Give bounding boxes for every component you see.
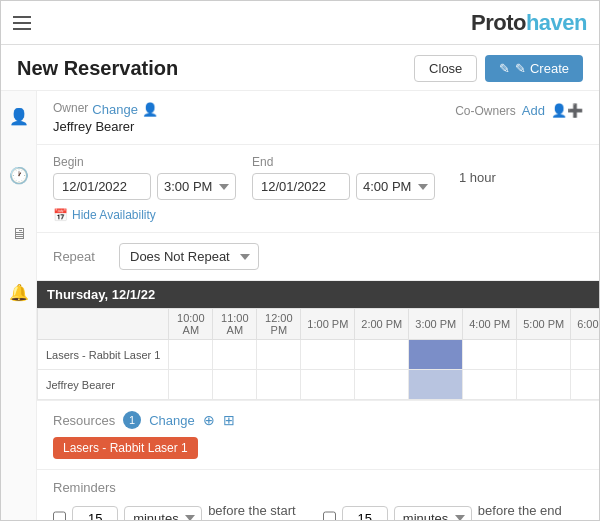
end-time-select[interactable]: 4:00 PM 4:30 PM [356,173,435,200]
reminder-start-checkbox[interactable] [53,511,66,520]
datetime-row: Begin 3:00 PM 3:30 PM End [53,155,583,200]
schedule-header-row: 10:00AM 11:00AM 12:00PM 1:00 PM 2:00 PM … [38,309,600,340]
resource-tag: Lasers - Rabbit Laser 1 [53,437,198,459]
add-resource-icon[interactable]: ⊕ [203,412,215,428]
reminder-start-text: before the start time [208,503,317,520]
end-date-input[interactable] [252,173,350,200]
owner-name: Jeffrey Bearer [53,119,158,134]
slot-1-5 [409,370,463,400]
time-header-1: 11:00AM [213,309,257,340]
time-header-2: 12:00PM [257,309,301,340]
table-row: Jeffrey Bearer [38,370,600,400]
title-bar-left [13,16,31,30]
reminder-start-value[interactable] [72,506,118,521]
page-header: New Reservation Close ✎ ✎ Create [1,45,599,91]
resources-section: Resources 1 Change ⊕ ⊞ Lasers - Rabbit L… [37,401,599,470]
close-button[interactable]: Close [414,55,477,82]
slot-0-8 [571,340,599,370]
hide-availability-link[interactable]: 📅 Hide Availability [53,208,583,222]
person-icon: 👤 [9,107,29,126]
end-input-row: 4:00 PM 4:30 PM [252,173,435,200]
slot-1-8 [571,370,599,400]
owner-change-row: Owner Change 👤 [53,101,158,117]
edit-icon: ✎ [499,61,510,76]
reminder-start-unit[interactable]: minutes hours [124,506,202,521]
resource-icon: 🖥 [11,225,27,243]
resources-count-badge: 1 [123,411,141,429]
row-label-1: Jeffrey Bearer [38,370,169,400]
main-content: 👤 🕐 🖥 🔔 Owner Change 👤 Jeffrey Bearer Co… [1,91,599,520]
title-bar: Protohaven [1,1,599,45]
time-header-0: 10:00AM [169,309,213,340]
slot-1-4 [355,370,409,400]
schedule-header: Thursday, 12/1/22 [37,281,599,308]
time-header-3: 1:00 PM [301,309,355,340]
menu-icon[interactable] [13,16,31,30]
create-button[interactable]: ✎ ✎ Create [485,55,583,82]
header-actions: Close ✎ ✎ Create [414,55,583,82]
clock-icon: 🕐 [9,166,29,185]
begin-input-row: 3:00 PM 3:30 PM [53,173,236,200]
person-add-icon: 👤 [142,102,158,117]
slot-1-6 [463,370,517,400]
reminder-end-checkbox[interactable] [323,511,336,520]
slot-0-7 [517,340,571,370]
reminder-end-value[interactable] [342,506,388,521]
time-header-8: 6:00 PM [571,309,599,340]
slot-0-1 [213,340,257,370]
datetime-section: Begin 3:00 PM 3:30 PM End [37,145,599,233]
time-header-5: 3:00 PM [409,309,463,340]
begin-date-input[interactable] [53,173,151,200]
row-label-header [38,309,169,340]
slot-0-3 [301,340,355,370]
slot-0-0 [169,340,213,370]
time-header-6: 4:00 PM [463,309,517,340]
slot-1-3 [301,370,355,400]
row-label-0: Lasers - Rabbit Laser 1 [38,340,169,370]
coowners-section: Co-Owners Add 👤➕ [455,103,583,118]
table-row: Lasers - Rabbit Laser 1 [38,340,600,370]
owner-left: Owner Change 👤 Jeffrey Bearer [53,101,158,134]
owner-change-link[interactable]: Change [92,102,138,117]
page-title: New Reservation [17,57,178,80]
end-field: End 4:00 PM 4:30 PM [252,155,435,200]
slot-0-4 [355,340,409,370]
reminder-end-text: before the end time [478,503,583,520]
reminder-row: minutes hours before the start time minu… [53,503,583,520]
slot-1-1 [213,370,257,400]
schedule-grid: 10:00AM 11:00AM 12:00PM 1:00 PM 2:00 PM … [37,308,599,400]
owner-section: Owner Change 👤 Jeffrey Bearer Co-Owners … [37,91,599,145]
resources-change-link[interactable]: Change [149,413,195,428]
reminders-section: Reminders minutes hours before the start… [37,470,599,520]
slot-1-7 [517,370,571,400]
time-header-7: 5:00 PM [517,309,571,340]
grid-icon[interactable]: ⊞ [223,412,235,428]
form-area: Owner Change 👤 Jeffrey Bearer Co-Owners … [37,91,599,520]
schedule-table: 10:00AM 11:00AM 12:00PM 1:00 PM 2:00 PM … [37,308,599,400]
duration-text: 1 hour [459,170,496,185]
slot-0-6 [463,340,517,370]
slot-0-2 [257,340,301,370]
repeat-select[interactable]: Does Not Repeat Daily Weekly Monthly [119,243,259,270]
begin-time-select[interactable]: 3:00 PM 3:30 PM [157,173,236,200]
bell-icon: 🔔 [9,283,29,302]
slot-1-2 [257,370,301,400]
calendar-icon: 📅 [53,208,68,222]
sidebar: 👤 🕐 🖥 🔔 [1,91,37,520]
reminder-end-unit[interactable]: minutes hours [394,506,472,521]
begin-field: Begin 3:00 PM 3:30 PM [53,155,236,200]
repeat-section: Repeat Does Not Repeat Daily Weekly Mont… [37,233,599,281]
resources-header: Resources 1 Change ⊕ ⊞ [53,411,583,429]
add-person-icon: 👤➕ [551,103,583,118]
slot-1-0 [169,370,213,400]
slot-0-5 [409,340,463,370]
time-header-4: 2:00 PM [355,309,409,340]
add-coowner-link[interactable]: Add [522,103,545,118]
logo: Protohaven [471,10,587,36]
repeat-select-wrapper: Does Not Repeat Daily Weekly Monthly [119,243,259,270]
schedule-section: Thursday, 12/1/22 10:00AM 11:00AM 12:00P… [37,281,599,401]
